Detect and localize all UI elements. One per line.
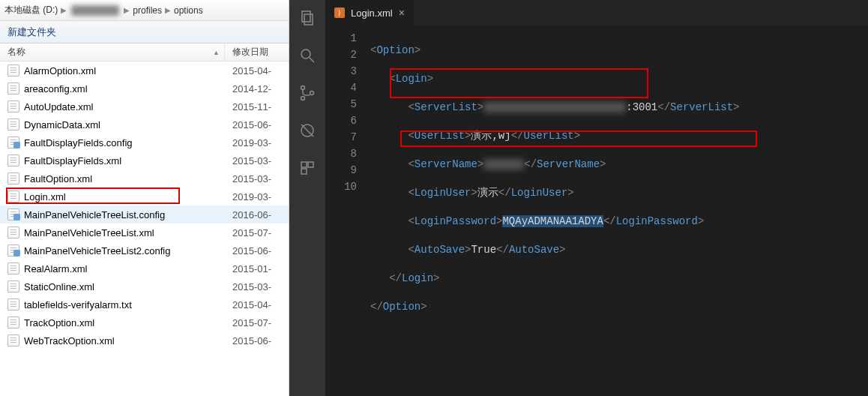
file-icon	[7, 82, 19, 94]
svg-point-5	[301, 97, 305, 100]
chevron-right-icon: ▶	[165, 6, 171, 14]
tab-login-xml[interactable]: ⟩ Login.xml ×	[325, 0, 415, 26]
file-row[interactable]: areaconfig.xml2014-12-	[0, 80, 289, 98]
redacted-segment	[71, 5, 119, 16]
new-folder-button[interactable]: 新建文件夹	[7, 26, 56, 39]
file-row[interactable]: FaultDisplayFields.xml2015-03-	[0, 152, 289, 170]
file-icon	[7, 334, 19, 346]
file-name-label: tablefields-verifyalarm.txt	[24, 299, 132, 310]
file-name-label: DynamicData.xml	[24, 119, 100, 130]
file-icon	[7, 118, 19, 130]
column-name-header[interactable]: 名称 ▲	[0, 44, 225, 61]
debug-icon[interactable]	[297, 120, 318, 141]
breadcrumb[interactable]: 本地磁盘 (D:) ▶ ▶ profiles ▶ options	[0, 0, 289, 21]
svg-line-3	[310, 58, 314, 62]
file-row[interactable]: WebTrackOption.xml2015-06-	[0, 332, 289, 350]
file-row[interactable]: Login.xml2019-03-	[0, 188, 289, 206]
svg-rect-1	[304, 14, 313, 25]
close-icon[interactable]: ×	[399, 7, 405, 19]
file-icon	[7, 316, 19, 328]
file-date-label: 2015-03-	[225, 281, 289, 292]
file-icon	[7, 154, 19, 166]
file-row[interactable]: FaultDisplayFields.config2019-03-	[0, 134, 289, 152]
file-name-label: MainPanelVehicleTreeList.xml	[24, 227, 154, 238]
file-date-label: 2015-04-	[225, 299, 289, 310]
file-row[interactable]: DynamicData.xml2015-06-	[0, 116, 289, 134]
extensions-icon[interactable]	[297, 158, 318, 178]
file-row[interactable]: RealAlarm.xml2015-01-	[0, 260, 289, 278]
file-row[interactable]: MainPanelVehicleTreeList.config2016-06-	[0, 206, 289, 224]
file-row[interactable]: FaultOption.xml2015-03-	[0, 170, 289, 188]
file-name-label: TrackOption.xml	[24, 317, 94, 328]
file-row[interactable]: tablefields-verifyalarm.txt2015-04-	[0, 296, 289, 314]
breadcrumb-folder[interactable]: options	[174, 5, 203, 16]
code-content[interactable]: <Option> <Login> <ServerList>:3001</Serv…	[370, 30, 868, 396]
file-icon	[7, 226, 19, 238]
search-icon[interactable]	[297, 45, 318, 66]
breadcrumb-drive[interactable]: 本地磁盘 (D:)	[4, 4, 58, 16]
chevron-right-icon: ▶	[61, 6, 67, 14]
file-date-label: 2015-03-	[225, 155, 289, 166]
svg-point-2	[301, 50, 310, 58]
source-control-icon[interactable]	[297, 82, 318, 104]
file-row[interactable]: MainPanelVehicleTreeList.xml2015-07-	[0, 224, 289, 242]
file-icon	[7, 262, 19, 274]
file-row[interactable]: AlarmOption.xml2015-04-	[0, 62, 289, 80]
activity-bar	[289, 0, 325, 396]
config-file-icon	[7, 208, 19, 220]
file-name-label: StaticOnline.xml	[24, 281, 94, 292]
file-icon	[7, 298, 19, 310]
config-file-icon	[7, 136, 19, 148]
file-icon	[7, 280, 19, 292]
file-name-label: MainPanelVehicleTreeList.config	[24, 209, 165, 220]
explorer-toolbar: 新建文件夹	[0, 21, 289, 44]
redacted-text	[483, 159, 524, 170]
file-date-label: 2015-06-	[225, 119, 289, 130]
redacted-text	[483, 102, 626, 112]
file-name-label: FaultDisplayFields.config	[24, 137, 133, 148]
file-icon	[7, 190, 19, 202]
file-name-label: Login.xml	[24, 191, 66, 202]
file-name-label: AutoUpdate.xml	[24, 101, 94, 112]
file-icon	[7, 172, 19, 184]
file-icon	[7, 100, 19, 112]
column-date-header[interactable]: 修改日期	[225, 46, 289, 58]
file-name-label: AlarmOption.xml	[24, 65, 96, 76]
svg-rect-9	[301, 162, 307, 167]
file-row[interactable]: TrackOption.xml2015-07-	[0, 314, 289, 332]
file-date-label: 2015-03-	[225, 173, 289, 184]
svg-point-6	[310, 92, 314, 95]
svg-rect-11	[301, 169, 307, 174]
svg-rect-0	[302, 11, 310, 22]
file-date-label: 2015-06-	[225, 335, 289, 346]
file-date-label: 2015-01-	[225, 263, 289, 274]
sort-indicator-icon: ▲	[213, 49, 220, 56]
file-date-label: 2015-11-	[225, 101, 289, 112]
file-icon	[7, 64, 19, 76]
file-date-label: 2014-12-	[225, 83, 289, 94]
file-name-label: WebTrackOption.xml	[24, 335, 115, 346]
file-date-label: 2019-03-	[225, 137, 289, 148]
svg-point-4	[301, 86, 305, 90]
chevron-right-icon: ▶	[124, 6, 130, 14]
file-row[interactable]: AutoUpdate.xml2015-11-	[0, 98, 289, 116]
line-gutter: 12345678910	[325, 30, 370, 396]
tab-bar: ⟩ Login.xml ×	[325, 0, 868, 26]
file-list[interactable]: AlarmOption.xml2015-04-areaconfig.xml201…	[0, 62, 289, 396]
file-date-label: 2015-04-	[225, 65, 289, 76]
config-file-icon	[7, 244, 19, 256]
code-area[interactable]: 12345678910 <Option> <Login> <ServerList…	[325, 26, 868, 396]
file-date-label: 2015-07-	[225, 227, 289, 238]
file-date-label: 2015-07-	[225, 317, 289, 328]
file-name-label: areaconfig.xml	[24, 83, 88, 94]
file-date-label: 2019-03-	[225, 191, 289, 202]
file-row[interactable]: StaticOnline.xml2015-03-	[0, 278, 289, 296]
files-icon[interactable]	[297, 8, 318, 28]
code-editor: ⟩ Login.xml × 12345678910 <Option> <Logi…	[289, 0, 868, 396]
xml-file-icon: ⟩	[334, 8, 345, 18]
breadcrumb-folder[interactable]: profiles	[133, 5, 162, 16]
svg-rect-10	[308, 162, 313, 167]
file-name-label: MainPanelVehicleTreeList2.config	[24, 245, 170, 256]
tab-label: Login.xml	[351, 8, 393, 19]
file-row[interactable]: MainPanelVehicleTreeList2.config2015-06-	[0, 242, 289, 260]
